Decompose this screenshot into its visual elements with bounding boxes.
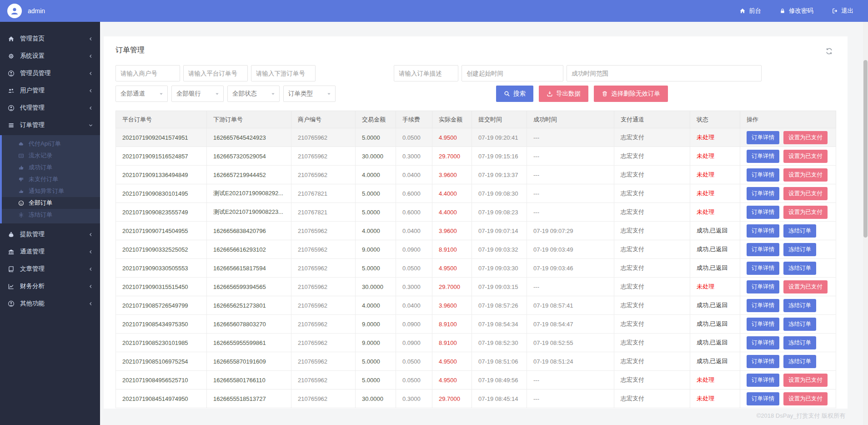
set-paid-button[interactable]: 设置为已支付 bbox=[783, 168, 828, 182]
sidebar-item-5[interactable]: 订单管理 bbox=[0, 116, 100, 134]
table-row[interactable]: 2021071908523010198516266559555998612107… bbox=[116, 334, 836, 352]
order-detail-button[interactable]: 订单详情 bbox=[747, 168, 779, 182]
filter-input-5[interactable] bbox=[567, 65, 762, 81]
freeze-order-button[interactable]: 冻结订单 bbox=[783, 262, 816, 275]
filter-input-2[interactable] bbox=[251, 65, 316, 81]
set-paid-button[interactable]: 设置为已支付 bbox=[783, 150, 828, 163]
order-detail-button[interactable]: 订单详情 bbox=[747, 299, 779, 312]
freeze-order-button[interactable]: 冻结订单 bbox=[783, 355, 816, 368]
freeze-order-button[interactable]: 冻结订单 bbox=[783, 224, 816, 238]
table-row[interactable]: 2021071909204157495116266576454249232107… bbox=[116, 128, 836, 147]
success-time: 07-19 08:52:55 bbox=[527, 334, 614, 352]
set-paid-button[interactable]: 设置为已支付 bbox=[783, 187, 828, 200]
submenu-item[interactable]: 未支付订单 bbox=[2, 173, 100, 185]
table-row[interactable]: 2021071909133649484916266572199444522107… bbox=[116, 166, 836, 184]
topnav-frontend[interactable]: 前台 bbox=[739, 7, 761, 15]
export-button[interactable]: 导出数据 bbox=[539, 86, 588, 102]
table-row[interactable]: 2021071909031551545016266565993945652107… bbox=[116, 278, 836, 296]
fee: 0.0500 bbox=[396, 259, 432, 278]
status-text: 成功,已返回 bbox=[690, 352, 740, 371]
filter-select-2[interactable]: 全部状态 bbox=[227, 86, 280, 102]
table-row[interactable]: 2021071908451497495016266555185137272107… bbox=[116, 390, 836, 408]
home-icon bbox=[8, 35, 15, 42]
table-row[interactable]: 2021071908543497535016266560788032702107… bbox=[116, 315, 836, 334]
set-paid-button[interactable]: 设置为已支付 bbox=[783, 131, 828, 144]
refresh-icon[interactable] bbox=[825, 47, 833, 55]
order-detail-button[interactable]: 订单详情 bbox=[747, 280, 779, 293]
pay-channel: 志宏支付 bbox=[614, 128, 690, 147]
order-detail-button[interactable]: 订单详情 bbox=[747, 374, 779, 387]
table-row[interactable]: 20210719090823555749测试E202107190908223..… bbox=[116, 203, 836, 222]
merchant-no: 210765962 bbox=[291, 259, 356, 278]
filter-input-0[interactable] bbox=[115, 65, 180, 81]
table-row[interactable]: 2021071908572654979916266562512738012107… bbox=[116, 296, 836, 315]
filter-input-4[interactable] bbox=[462, 65, 563, 81]
order-detail-button[interactable]: 订单详情 bbox=[747, 355, 779, 368]
user-avatar[interactable] bbox=[7, 4, 22, 18]
sidebar-item-7[interactable]: 通道管理 bbox=[0, 243, 100, 260]
fee: 0.6000 bbox=[396, 203, 432, 222]
filter-select-0[interactable]: 全部通道 bbox=[115, 86, 168, 102]
order-detail-button[interactable]: 订单详情 bbox=[747, 336, 779, 349]
filter-input-3[interactable] bbox=[394, 65, 458, 81]
topbar-user[interactable]: admin bbox=[0, 4, 100, 18]
submenu-item[interactable]: 流水记录 bbox=[2, 150, 100, 162]
filter-select-3[interactable]: 订单类型 bbox=[283, 86, 336, 102]
sidebar-item-2[interactable]: 管理员管理 bbox=[0, 65, 100, 82]
actual-amount: 3.9600 bbox=[432, 296, 472, 315]
search-button[interactable]: 搜索 bbox=[496, 86, 533, 102]
submenu-item[interactable]: 成功订单 bbox=[2, 162, 100, 173]
table-row[interactable]: 2021071909071450495516266568384207962107… bbox=[116, 222, 836, 240]
order-detail-button[interactable]: 订单详情 bbox=[747, 224, 779, 238]
sidebar-item-8[interactable]: 文章管理 bbox=[0, 260, 100, 278]
order-detail-button[interactable]: 订单详情 bbox=[747, 131, 779, 144]
freeze-order-button[interactable]: 冻结订单 bbox=[783, 243, 816, 256]
table-row[interactable]: 2021071909151652485716266573205290542107… bbox=[116, 147, 836, 166]
order-detail-button[interactable]: 订单详情 bbox=[747, 318, 779, 331]
column-header-10: 操作 bbox=[740, 111, 836, 128]
scrollbar-thumb[interactable] bbox=[863, 60, 868, 238]
sidebar-item-1[interactable]: 系统设置 bbox=[0, 47, 100, 65]
scrollbar-track[interactable] bbox=[863, 22, 868, 425]
set-paid-button[interactable]: 设置为已支付 bbox=[783, 392, 828, 405]
set-paid-button[interactable]: 设置为已支付 bbox=[783, 280, 828, 293]
filter-select-1[interactable]: 全部银行 bbox=[171, 86, 224, 102]
freeze-order-button[interactable]: 冻结订单 bbox=[783, 299, 816, 312]
freeze-order-button[interactable]: 冻结订单 bbox=[783, 336, 816, 349]
sidebar-item-4[interactable]: 代理管理 bbox=[0, 99, 100, 116]
submenu-item[interactable]: 代付Api订单 bbox=[2, 138, 100, 150]
set-paid-button[interactable]: 设置为已支付 bbox=[783, 374, 828, 387]
caret-down-icon bbox=[159, 91, 164, 96]
sidebar-item-3[interactable]: 用户管理 bbox=[0, 82, 100, 99]
submenu-item-label: 通知异常订单 bbox=[29, 187, 64, 195]
submit-time: 07-19 09:13:37 bbox=[472, 166, 527, 184]
order-detail-button[interactable]: 订单详情 bbox=[747, 392, 779, 405]
set-paid-button[interactable]: 设置为已支付 bbox=[783, 206, 828, 219]
order-detail-button[interactable]: 订单详情 bbox=[747, 262, 779, 275]
submenu-item[interactable]: 通知异常订单 bbox=[2, 185, 100, 197]
sidebar-item-0[interactable]: 管理首页 bbox=[0, 30, 100, 47]
topnav-change-password[interactable]: 修改密码 bbox=[779, 7, 813, 15]
success-time: --- bbox=[527, 184, 614, 203]
table-row[interactable]: 2021071909033050555316266566158175942107… bbox=[116, 259, 836, 278]
delete-invalid-button[interactable]: 选择删除无效订单 bbox=[594, 86, 668, 102]
order-detail-button[interactable]: 订单详情 bbox=[747, 187, 779, 200]
submenu-item[interactable]: 冻结订单 bbox=[2, 209, 100, 221]
column-header-8: 支付通道 bbox=[614, 111, 690, 128]
order-detail-button[interactable]: 订单详情 bbox=[747, 206, 779, 219]
topnav-logout[interactable]: 退出 bbox=[832, 7, 853, 15]
filter-input-1[interactable] bbox=[183, 65, 248, 81]
order-detail-button[interactable]: 订单详情 bbox=[747, 150, 779, 163]
submenu-item-active[interactable]: 全部订单 bbox=[2, 197, 100, 209]
table-row[interactable]: 20210719090830101495测试E202107190908292..… bbox=[116, 184, 836, 203]
table-row[interactable]: 2021071908510697525416266558701916092107… bbox=[116, 352, 836, 371]
sidebar-item-10[interactable]: 其他功能 bbox=[0, 295, 100, 312]
sidebar-item-6[interactable]: 提款管理 bbox=[0, 226, 100, 243]
table-row[interactable]: 2021071908495652571016266558017661102107… bbox=[116, 371, 836, 390]
fee: 0.3000 bbox=[396, 390, 432, 408]
freeze-order-button[interactable]: 冻结订单 bbox=[783, 318, 816, 331]
downstream-order-no: 1626655870191609 bbox=[207, 352, 291, 371]
table-row[interactable]: 2021071909033252505216266566162931022107… bbox=[116, 240, 836, 259]
sidebar-item-9[interactable]: 财务分析 bbox=[0, 278, 100, 295]
order-detail-button[interactable]: 订单详情 bbox=[747, 243, 779, 256]
